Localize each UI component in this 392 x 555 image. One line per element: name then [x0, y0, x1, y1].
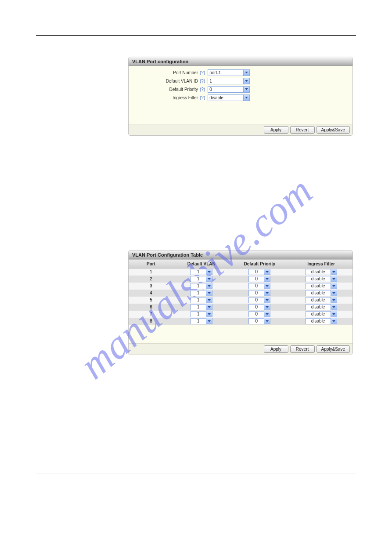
select-row-vlan[interactable]: 1 [191, 297, 212, 303]
chevron-down-icon [206, 269, 212, 275]
select-row-filter[interactable]: disable [306, 269, 337, 275]
table-row: 110disable [129, 268, 352, 276]
select-row-vlan[interactable]: 1 [191, 311, 212, 317]
select-ingress-filter[interactable]: disable [208, 94, 250, 101]
chevron-down-icon [331, 311, 337, 317]
chevron-down-icon [206, 290, 212, 296]
chevron-down-icon [331, 283, 337, 289]
select-row-filter[interactable]: disable [306, 304, 337, 310]
help-default-vlan-id[interactable]: (?) [200, 79, 205, 83]
row-default-priority: Default Priority (?) 0 [133, 85, 348, 93]
select-row-filter-value: disable [306, 297, 331, 302]
cell-port: 3 [129, 283, 173, 290]
chevron-down-icon [264, 290, 270, 296]
select-row-filter-value: disable [306, 276, 331, 281]
select-row-filter-value: disable [306, 305, 331, 309]
select-row-vlan-value: 1 [191, 319, 206, 323]
select-port-number-value: port-1 [208, 70, 243, 75]
cell-port: 2 [129, 276, 173, 283]
select-row-priority[interactable]: 0 [248, 276, 270, 282]
select-default-vlan-id[interactable]: 1 [208, 78, 250, 84]
select-row-vlan[interactable]: 1 [191, 318, 212, 324]
table-header-row: Port Default VLAN Default Priority Ingre… [129, 260, 352, 268]
apply-save-button[interactable]: Apply&Save [316, 345, 350, 353]
help-port-number[interactable]: (?) [200, 70, 205, 75]
select-row-filter[interactable]: disable [306, 276, 337, 282]
select-row-vlan-value: 1 [191, 297, 206, 302]
vlan-port-table-title: VLAN Port Configuration Table [132, 252, 203, 258]
help-default-priority[interactable]: (?) [200, 87, 205, 92]
chevron-down-icon [264, 283, 270, 289]
select-row-filter[interactable]: disable [306, 290, 337, 296]
vlan-port-table-wrap: VLAN Port Configuration Table Port Defau… [128, 250, 353, 355]
select-row-priority[interactable]: 0 [248, 311, 270, 317]
select-row-vlan-value: 1 [191, 283, 206, 288]
select-row-priority[interactable]: 0 [248, 297, 270, 303]
select-row-priority[interactable]: 0 [248, 304, 270, 310]
select-row-filter[interactable]: disable [306, 311, 337, 317]
cell-port: 4 [129, 290, 173, 297]
select-row-priority[interactable]: 0 [248, 283, 270, 289]
cell-port: 6 [129, 304, 173, 311]
label-ingress-filter: Ingress Filter [133, 95, 200, 100]
select-default-vlan-id-value: 1 [208, 79, 243, 83]
apply-button[interactable]: Apply [264, 126, 288, 134]
select-row-vlan[interactable]: 1 [191, 304, 212, 310]
table-row: 510disable [129, 297, 352, 304]
chevron-down-icon [206, 276, 212, 282]
apply-button[interactable]: Apply [264, 345, 288, 353]
select-row-vlan-value: 1 [191, 305, 206, 309]
chevron-down-icon [206, 318, 212, 324]
table-row: 610disable [129, 304, 352, 311]
select-row-filter[interactable]: disable [306, 283, 337, 289]
row-port-number: Port Number (?) port-1 [133, 69, 348, 76]
select-row-filter-value: disable [306, 319, 331, 323]
cell-port: 1 [129, 268, 173, 276]
table-row: 310disable [129, 283, 352, 290]
chevron-down-icon [243, 70, 249, 76]
chevron-down-icon [331, 304, 337, 310]
select-row-filter-value: disable [306, 312, 331, 316]
select-row-priority[interactable]: 0 [248, 290, 270, 296]
select-row-vlan-value: 1 [191, 269, 206, 274]
select-row-vlan[interactable]: 1 [191, 283, 212, 289]
col-port: Port [129, 260, 173, 268]
select-row-vlan[interactable]: 1 [191, 269, 212, 275]
label-default-priority: Default Priority [133, 87, 200, 92]
chevron-down-icon [243, 95, 249, 101]
select-row-filter[interactable]: disable [306, 318, 337, 324]
select-row-priority-value: 0 [249, 269, 264, 274]
label-port-number: Port Number [133, 70, 200, 75]
chevron-down-icon [206, 297, 212, 303]
vlan-port-config-wrap: VLAN Port configuration Port Number (?) … [128, 57, 353, 136]
vlan-port-table-panel: VLAN Port Configuration Table Port Defau… [128, 250, 353, 355]
select-default-priority[interactable]: 0 [208, 86, 250, 93]
chevron-down-icon [264, 318, 270, 324]
vlan-port-table-body: Port Default VLAN Default Priority Ingre… [129, 259, 352, 343]
select-port-number[interactable]: port-1 [208, 69, 250, 76]
revert-button[interactable]: Revert [290, 126, 315, 134]
select-row-vlan[interactable]: 1 [191, 276, 212, 282]
chevron-down-icon [331, 276, 337, 282]
chevron-down-icon [264, 304, 270, 310]
table-row: 410disable [129, 290, 352, 297]
select-row-filter-value: disable [306, 269, 331, 274]
row-ingress-filter: Ingress Filter (?) disable [133, 94, 348, 102]
select-row-vlan[interactable]: 1 [191, 290, 212, 296]
select-row-priority[interactable]: 0 [248, 269, 270, 275]
col-default-vlan: Default VLAN [173, 260, 230, 268]
cell-port: 7 [129, 311, 173, 318]
select-row-vlan-value: 1 [191, 276, 206, 281]
select-row-filter[interactable]: disable [306, 297, 337, 303]
revert-button[interactable]: Revert [290, 345, 315, 353]
apply-save-button[interactable]: Apply&Save [316, 126, 350, 134]
vlan-port-config-header: VLAN Port configuration [129, 57, 352, 66]
select-row-vlan-value: 1 [191, 312, 206, 316]
table-row: 210disable [129, 276, 352, 283]
help-ingress-filter[interactable]: (?) [200, 95, 205, 100]
chevron-down-icon [264, 269, 270, 275]
select-row-priority[interactable]: 0 [248, 318, 270, 324]
select-ingress-filter-value: disable [208, 95, 243, 100]
bottom-rule [36, 474, 356, 474]
col-ingress-filter: Ingress Filter [290, 260, 352, 268]
